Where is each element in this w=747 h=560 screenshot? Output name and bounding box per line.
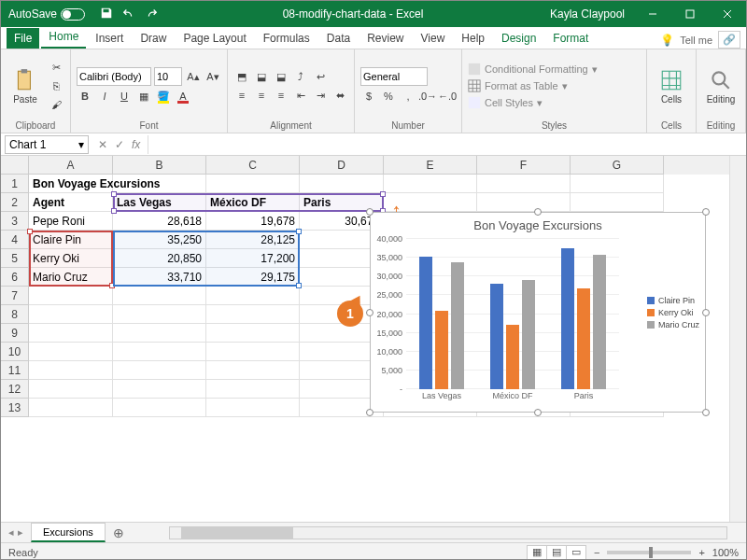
align-middle-icon[interactable]: ⬓ <box>253 68 270 85</box>
row-header-5[interactable]: 5 <box>1 249 29 268</box>
row-header-6[interactable]: 6 <box>1 268 29 287</box>
cell-C6[interactable]: 29,175 <box>206 268 300 287</box>
col-header-F[interactable]: F <box>477 156 571 175</box>
wrap-text-icon[interactable]: ↩ <box>312 68 329 85</box>
cell-C13[interactable] <box>206 399 300 417</box>
new-sheet-button[interactable]: ⊕ <box>106 525 132 540</box>
cell-C9[interactable] <box>206 324 300 343</box>
bar-Mario-Cruz-México-DF[interactable] <box>522 280 535 389</box>
bar-Mario-Cruz-Paris[interactable] <box>593 255 606 389</box>
row-header-8[interactable]: 8 <box>1 305 29 324</box>
tab-file[interactable]: File <box>7 28 39 49</box>
name-box[interactable]: Chart 1▾ <box>5 135 89 154</box>
increase-decimal-icon[interactable]: .0→ <box>419 88 436 105</box>
worksheet-grid[interactable]: ABCDEFG 12345678910111213 Bon Voyage Exc… <box>1 156 746 522</box>
view-normal-icon[interactable]: ▦ <box>527 545 547 560</box>
italic-button[interactable]: I <box>96 88 113 105</box>
fx-icon[interactable]: fx <box>132 138 140 151</box>
cell-B7[interactable] <box>113 287 206 305</box>
bar-Kerry-Oki-Las-Vegas[interactable] <box>435 311 448 389</box>
decrease-decimal-icon[interactable]: ←.0 <box>439 88 456 105</box>
bar-Claire-Pin-México-DF[interactable] <box>490 284 503 389</box>
cell-A13[interactable] <box>29 399 113 417</box>
col-header-B[interactable]: B <box>113 156 206 175</box>
cell-B5[interactable]: 20,850 <box>113 249 206 268</box>
tab-formulas[interactable]: Formulas <box>256 28 317 49</box>
border-icon[interactable]: ▦ <box>135 88 152 105</box>
horizontal-scrollbar[interactable] <box>169 526 727 539</box>
fill-color-icon[interactable]: 🪣 <box>155 88 172 105</box>
font-color-icon[interactable]: A <box>175 88 191 105</box>
conditional-formatting-button[interactable]: Conditional Formatting ▾ <box>468 61 641 77</box>
percent-icon[interactable]: % <box>380 88 397 105</box>
sheet-nav-first-icon[interactable]: ◂ <box>8 526 14 539</box>
cell-C3[interactable]: 19,678 <box>206 212 300 231</box>
cell-F2[interactable] <box>477 193 571 212</box>
cell-B10[interactable] <box>113 343 206 361</box>
tab-insert[interactable]: Insert <box>88 28 131 49</box>
cell-C1[interactable] <box>206 175 300 193</box>
close-button[interactable] <box>709 1 746 27</box>
cut-icon[interactable]: ✂ <box>48 59 64 76</box>
row-header-10[interactable]: 10 <box>1 343 29 361</box>
column-headers[interactable]: ABCDEFG <box>29 156 729 175</box>
cell-C11[interactable] <box>206 361 300 380</box>
row-header-2[interactable]: 2 <box>1 193 29 212</box>
row-header-13[interactable]: 13 <box>1 399 29 417</box>
col-header-A[interactable]: A <box>29 156 113 175</box>
autosave-toggle[interactable]: AutoSave <box>1 7 92 21</box>
maximize-button[interactable] <box>671 1 709 27</box>
decrease-indent-icon[interactable]: ⇤ <box>292 87 309 104</box>
sheet-nav-last-icon[interactable]: ▸ <box>18 526 23 539</box>
tab-format[interactable]: Format <box>545 28 596 49</box>
enter-formula-icon[interactable]: ✓ <box>115 138 124 151</box>
cell-A2[interactable]: Agent <box>29 193 113 212</box>
cell-G1[interactable] <box>571 175 664 193</box>
col-header-G[interactable]: G <box>571 156 664 175</box>
font-name-input[interactable] <box>77 67 151 86</box>
legend-Kerry-Oki[interactable]: Kerry Oki <box>647 308 699 317</box>
save-icon[interactable] <box>100 7 113 22</box>
undo-icon[interactable] <box>122 7 135 22</box>
cell-C10[interactable] <box>206 343 300 361</box>
zoom-in-button[interactable]: + <box>698 547 704 558</box>
currency-icon[interactable]: $ <box>360 88 377 105</box>
align-top-icon[interactable]: ⬒ <box>233 68 250 85</box>
cell-styles-button[interactable]: Cell Styles ▾ <box>468 94 641 111</box>
zoom-level[interactable]: 100% <box>712 547 739 558</box>
cell-C2[interactable]: México DF <box>206 193 300 212</box>
tab-draw[interactable]: Draw <box>133 28 174 49</box>
cell-B1[interactable] <box>113 175 206 193</box>
tab-data[interactable]: Data <box>319 28 358 49</box>
bar-Kerry-Oki-México-DF[interactable] <box>506 325 519 389</box>
cell-B3[interactable]: 28,618 <box>113 212 206 231</box>
cell-B11[interactable] <box>113 361 206 380</box>
cell-G2[interactable] <box>571 193 664 212</box>
minimize-button[interactable] <box>634 1 671 27</box>
cell-A5[interactable]: Kerry Oki <box>29 249 113 268</box>
cell-A6[interactable]: Mario Cruz <box>29 268 113 287</box>
font-size-input[interactable] <box>154 67 182 86</box>
redo-icon[interactable] <box>145 7 158 22</box>
cell-B8[interactable] <box>113 305 206 324</box>
cell-B9[interactable] <box>113 324 206 343</box>
bar-Claire-Pin-Paris[interactable] <box>561 248 574 389</box>
cell-A12[interactable] <box>29 380 113 399</box>
share-button[interactable]: 🔗 <box>718 31 740 49</box>
row-header-1[interactable]: 1 <box>1 175 29 193</box>
cell-F1[interactable] <box>477 175 571 193</box>
zoom-slider[interactable] <box>607 551 691 554</box>
tell-me-search[interactable]: Tell me <box>680 35 712 46</box>
cell-C7[interactable] <box>206 287 300 305</box>
orientation-icon[interactable]: ⤴ <box>292 68 309 85</box>
cell-E1[interactable] <box>384 175 477 193</box>
legend-Claire-Pin[interactable]: Claire Pin <box>647 296 699 305</box>
vertical-scrollbar[interactable] <box>729 156 746 522</box>
increase-font-icon[interactable]: A▴ <box>185 68 202 85</box>
row-header-9[interactable]: 9 <box>1 324 29 343</box>
tab-page-layout[interactable]: Page Layout <box>176 28 253 49</box>
cell-B13[interactable] <box>113 399 206 417</box>
cell-C12[interactable] <box>206 380 300 399</box>
align-bottom-icon[interactable]: ⬓ <box>273 68 289 85</box>
tab-home[interactable]: Home <box>41 26 86 49</box>
